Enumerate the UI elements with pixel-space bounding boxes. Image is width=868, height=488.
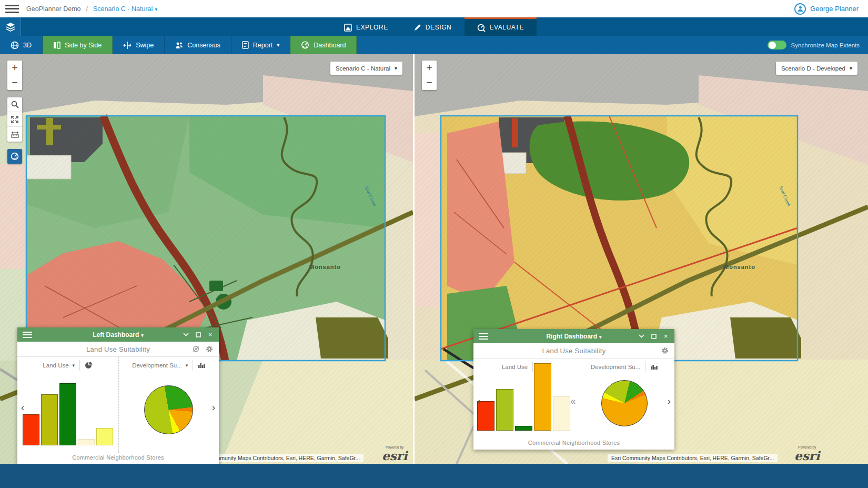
gear-icon[interactable] (206, 345, 213, 353)
esri-logo: Powered by esri (382, 446, 407, 462)
report-button[interactable]: Report ▾ (231, 36, 291, 54)
chevron-down-icon: ▾ (850, 65, 852, 71)
right-map-canvas[interactable]: Monsanto Seal Creek + − Scenario D - Dev… (415, 54, 868, 464)
right-map-attribution: Esri Community Maps Contributors, Esri, … (608, 454, 778, 462)
panel-menu-hamburger-icon[interactable] (479, 333, 488, 340)
esri-logo: Powered by esri (794, 446, 820, 462)
development-suitability-selector[interactable]: Development Su...▾ (132, 362, 188, 369)
previous-page-arrow[interactable]: ‹ (477, 396, 480, 406)
consensus-people-icon (175, 42, 183, 49)
right-dashboard-header[interactable]: Right Dashboard▾ × (473, 329, 674, 343)
user-menu[interactable]: George Planner (794, 3, 868, 15)
gear-icon[interactable] (661, 347, 669, 354)
report-doc-icon (242, 41, 249, 49)
chevron-down-icon: ▾ (395, 65, 397, 71)
measure-icon[interactable] (7, 127, 22, 142)
dashboard-button[interactable]: Dashboard (290, 36, 357, 54)
left-dashboard-title[interactable]: Left Dashboard▾ (93, 331, 144, 338)
right-dashboard-panel: Right Dashboard▾ × Land Use Suitability … (473, 329, 674, 450)
tab-design[interactable]: DESIGN (401, 17, 465, 36)
next-page-arrow[interactable]: › (668, 396, 671, 406)
right-development-suitability-pie-chart (601, 380, 648, 426)
top-bar: GeoPlanner Demo / Scenario C - Natural▾ … (0, 0, 868, 17)
chevron-down-icon: ▾ (141, 333, 144, 338)
design-pen-icon (413, 24, 421, 32)
maximize-icon[interactable] (195, 331, 201, 338)
left-dashboard-subheader: Land Use Suitability (17, 342, 219, 357)
globe-icon (11, 41, 19, 49)
collapse-chevron-down-icon[interactable] (183, 331, 189, 338)
breadcrumb-scenario-dropdown[interactable]: Scenario C - Natural▾ (93, 5, 157, 13)
pie-chart-icon[interactable] (85, 362, 93, 370)
bar-chart-icon[interactable] (198, 362, 205, 369)
map-compare-container: Monsanto Seal Creek + − (0, 54, 868, 464)
next-page-arrow[interactable]: › (212, 402, 215, 412)
magnifier-icon[interactable] (7, 97, 22, 112)
user-avatar-icon (794, 3, 806, 15)
right-map-place-label: Monsanto (724, 264, 755, 270)
3d-button[interactable]: 3D (0, 36, 43, 54)
consensus-button[interactable]: Consensus (165, 36, 231, 54)
tab-evaluate[interactable]: EVALUATE (464, 17, 537, 36)
left-map-controls: + − (7, 61, 22, 171)
expand-icon[interactable] (7, 112, 22, 127)
panel-menu-hamburger-icon[interactable] (23, 332, 32, 338)
right-dashboard-body: ‹ Land Use « Develo (473, 358, 674, 438)
right-dashboard-title[interactable]: Right Dashboard▾ (546, 333, 601, 340)
left-map-place-label: Monsanto (309, 264, 341, 270)
evaluate-toolbar: 3D Side by Side Swipe Consensus Report ▾… (0, 36, 868, 54)
eye-hidden-icon[interactable] (192, 346, 200, 352)
toolbar-right-group: Synchronize Map Extents (768, 36, 868, 54)
swipe-icon (123, 42, 132, 49)
mode-tabs: EXPLORE DESIGN EVALUATE (331, 17, 537, 36)
left-development-suitability-pie-chart (144, 385, 193, 434)
chevron-down-icon: ▾ (186, 363, 188, 368)
main-menu-hamburger-icon[interactable] (5, 5, 19, 13)
left-map-attribution: Esri Community Maps Contributors, Esri, … (194, 454, 364, 462)
left-dashboard-panel: Left Dashboard▾ × Land Use Suitability (17, 327, 219, 464)
bottom-bar (0, 464, 868, 488)
right-dashboard-footer-label: Commercial Neighborhood Stores (473, 438, 674, 450)
swipe-button[interactable]: Swipe (113, 36, 165, 54)
development-suitability-selector[interactable]: Development Su... (591, 364, 641, 370)
left-dashboard-body: ‹ Land Use▾ Development Su... (17, 357, 219, 453)
chevron-down-icon: ▾ (155, 6, 157, 12)
zoom-in-icon[interactable]: + (422, 61, 437, 75)
left-dashboard-header[interactable]: Left Dashboard▾ × (17, 327, 219, 342)
left-land-use-widget: Land Use▾ (17, 357, 118, 453)
right-scenario-selector[interactable]: Scenario D - Developed ▾ (776, 62, 857, 75)
right-development-suitability-widget: Development Su... (574, 358, 674, 438)
main-nav-bar: EXPLORE DESIGN EVALUATE (0, 17, 868, 36)
right-dashboard-subheader: Land Use Suitability (473, 343, 674, 358)
collapse-divider-arrow[interactable]: « (570, 396, 576, 406)
collapse-chevron-down-icon[interactable] (638, 333, 645, 340)
tab-explore[interactable]: EXPLORE (331, 17, 401, 36)
left-scenario-selector[interactable]: Scenario C - Natural ▾ (330, 62, 402, 75)
app-title: GeoPlanner Demo (26, 5, 81, 13)
right-map-controls: + − (422, 61, 437, 97)
explore-map-icon (344, 24, 352, 32)
side-by-side-icon (53, 42, 60, 49)
synchronize-map-extents-toggle[interactable] (768, 41, 786, 49)
left-development-suitability-widget: Development Su...▾ (118, 357, 219, 453)
dashboard-gauge-icon (301, 41, 309, 49)
left-map-canvas[interactable]: Monsanto Seal Creek + − (0, 54, 413, 464)
bar-chart-icon[interactable] (650, 364, 658, 370)
zoom-out-icon[interactable]: − (7, 75, 22, 90)
land-use-layer-selector[interactable]: Land Use▾ (43, 362, 75, 369)
close-icon[interactable]: × (662, 333, 669, 340)
zoom-out-icon[interactable]: − (422, 75, 437, 90)
zoom-in-icon[interactable]: + (7, 61, 22, 75)
chevron-down-icon: ▾ (73, 363, 75, 368)
layers-icon[interactable] (0, 17, 21, 36)
previous-page-arrow[interactable]: ‹ (21, 402, 24, 412)
evaluate-gauge-icon (477, 24, 485, 32)
right-land-use-widget: Land Use (473, 358, 574, 438)
dashboard-gauge-icon[interactable] (7, 149, 22, 164)
left-panel-title: Land Use Suitability (86, 345, 150, 353)
geoplanner-app: GeoPlanner Demo / Scenario C - Natural▾ … (0, 0, 868, 488)
side-by-side-button[interactable]: Side by Side (43, 36, 113, 54)
maximize-icon[interactable] (650, 333, 657, 340)
close-icon[interactable]: × (207, 331, 214, 338)
left-dashboard-footer-label: Commercial Neighborhood Stores (17, 453, 219, 464)
